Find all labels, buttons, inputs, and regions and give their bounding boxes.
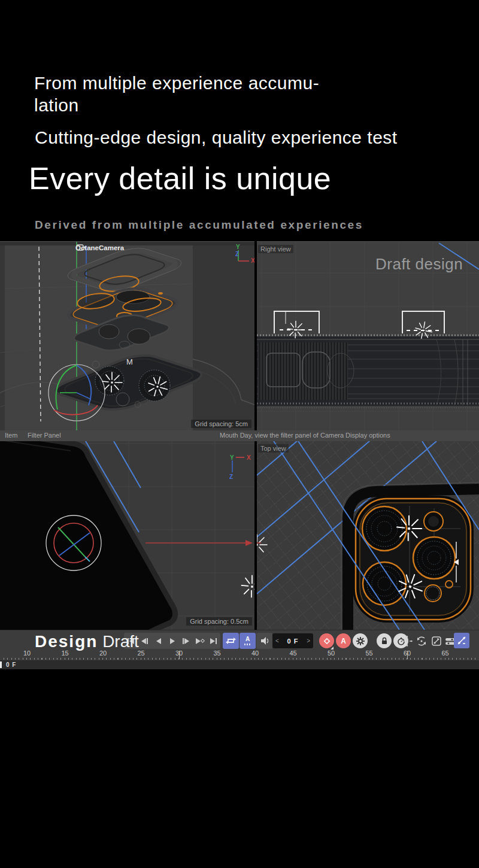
svg-text:Z: Z [229, 474, 233, 480]
status-filter-panel[interactable]: Filter Panel [28, 432, 61, 439]
svg-text:X: X [247, 454, 251, 461]
ruler-label-35: 35 [213, 650, 220, 657]
hero-headline: Every detail is unique [29, 160, 331, 196]
gear-icon [356, 637, 365, 645]
hero-line1: From multiple experience accumu- [34, 73, 319, 93]
status-item[interactable]: Item [5, 432, 17, 439]
viewport-right[interactable]: Right view Draft design [257, 241, 479, 430]
grid-spacing-label: Grid spacing: 0.5cm [186, 617, 252, 626]
filter-scale-button[interactable] [429, 634, 443, 648]
frame-prev-arrow[interactable]: < [275, 638, 279, 644]
frame-strip: 0 F [0, 660, 479, 669]
title-bold: Design [35, 632, 98, 651]
play-button[interactable] [165, 633, 179, 649]
loop-button[interactable] [223, 633, 239, 649]
filter-rotation-button[interactable] [414, 634, 428, 648]
autokey-button[interactable]: A [336, 633, 351, 648]
front-view-wireframe: Y X Z [0, 441, 254, 630]
lock-button[interactable] [377, 633, 392, 648]
ruler-label-50: 50 [328, 650, 335, 657]
ruler-label-65: 65 [441, 650, 448, 657]
axis-gizmo-front: Y X Z [229, 454, 251, 480]
volume-button[interactable] [256, 633, 272, 649]
hero-subtitle: Derived from multiple accumulated experi… [35, 218, 363, 232]
lock-icon [381, 637, 388, 645]
phone-silhouette [0, 441, 175, 630]
page: From multiple experience accumu- lation … [0, 0, 479, 868]
autokey-a-button[interactable]: A [240, 633, 256, 649]
svg-text:Z: Z [235, 251, 239, 257]
frame-forward-button[interactable] [179, 633, 193, 649]
viewport-top[interactable]: Top view [257, 441, 479, 630]
position-icon [402, 636, 413, 647]
status-bar: Item Filter Panel Mouth Day, view the fi… [0, 430, 479, 441]
keyframe-settings-button[interactable] [353, 633, 368, 648]
volume-icon [260, 636, 269, 645]
svg-text:Y: Y [236, 244, 240, 250]
frame-counter[interactable]: < 0 F > [272, 633, 313, 648]
draft-design-watermark: Draft design [375, 255, 463, 274]
svg-text:Y: Y [230, 454, 234, 461]
hero-line1b: lation [34, 95, 79, 116]
top-view-wireframe [257, 441, 479, 630]
frame-next-arrow[interactable]: > [307, 638, 310, 644]
ruler-label-40: 40 [251, 650, 259, 657]
perspective-wireframe: Y Z X [0, 242, 254, 430]
filter-position-button[interactable] [400, 634, 414, 648]
design-draft-title: Design Draft [35, 632, 139, 651]
rotation-icon [416, 636, 427, 647]
frame-counter-value: 0 F [287, 638, 299, 645]
ruler-label-10: 10 [23, 650, 31, 657]
point-level-icon [456, 635, 467, 646]
viewport-perspective[interactable]: Y Z X OctaneCamera M Grid spacing: 5cm [0, 241, 254, 430]
timeline-ticks[interactable] [4, 658, 475, 660]
viewport-label-right: Right view [258, 245, 293, 253]
current-frame-label: 0 F [6, 661, 16, 668]
scale-icon [431, 636, 442, 647]
record-dropdown-indicator[interactable] [331, 647, 334, 650]
timeline-marker-60 [407, 651, 408, 659]
svg-text:X: X [251, 257, 254, 264]
ruler-label-45: 45 [289, 650, 296, 657]
step-back-button[interactable] [138, 633, 151, 649]
skip-end-button[interactable] [207, 633, 220, 649]
title-light: Draft [102, 632, 139, 651]
viewport-label-top: Top view [258, 444, 289, 453]
grid-spacing-label: Grid spacing: 5cm [191, 420, 251, 428]
loop-icon [226, 636, 236, 645]
status-message: Mouth Day, view the filter panel of Came… [220, 432, 390, 439]
record-keyframe-icon [323, 638, 331, 645]
filter-point-level-button[interactable] [454, 633, 469, 648]
step-forward-button[interactable] [193, 633, 207, 649]
marker-label: M [126, 357, 133, 366]
frame-back-button[interactable] [151, 633, 165, 649]
viewport-front[interactable]: Y X Z Grid spacing: 0.5cm [0, 441, 254, 630]
hero-line2: Cutting-edge design, quality experience … [35, 128, 398, 148]
camera-label[interactable]: OctaneCamera [75, 244, 124, 251]
timeline-marker-30 [179, 651, 180, 659]
playhead-marker[interactable] [0, 661, 2, 668]
axis-gizmo-perspective: Y Z X [235, 244, 254, 264]
autokey-a-icon: A [244, 636, 251, 645]
camera-icon [75, 244, 85, 251]
ruler-label-55: 55 [365, 650, 372, 657]
